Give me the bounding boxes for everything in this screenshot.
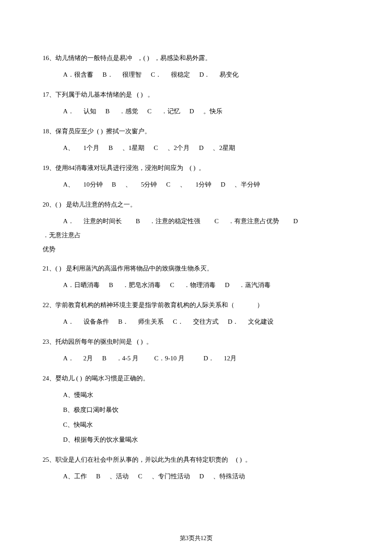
- option-a-text: 10分钟: [84, 178, 103, 192]
- option-d-label: D: [199, 141, 204, 155]
- page-content: 16、幼儿情绪的一般特点是易冲 ，( ) ，易感染和易外露。 A．很含蓄 B． …: [0, 0, 392, 555]
- option-d-text: 、2星期: [213, 141, 235, 155]
- option-d-text: 、半分钟: [234, 178, 260, 192]
- option-b-sep: 、: [125, 178, 132, 192]
- option-a: A、工作: [63, 469, 87, 483]
- qnum: 19、: [43, 164, 55, 171]
- question-text: 23、托幼园所每年的驱虫时间是 ( ) 。: [43, 335, 349, 349]
- option-b-text: ．4-5 月: [116, 351, 139, 365]
- qnum: 21、: [43, 265, 55, 272]
- option-b-label: B: [112, 178, 116, 192]
- option-c-label: C: [170, 278, 174, 292]
- question-24: 24、婴幼儿 ( ) 的喝水习惯是正确的。 A、慢喝水 B、极度口渴时暴饮 C、…: [43, 371, 349, 447]
- blank: ( ): [76, 375, 82, 382]
- qnum: 22、: [43, 302, 55, 308]
- qtext-a: 保育员应至少: [55, 128, 94, 135]
- option-a-text: 注意的时间长: [84, 214, 122, 228]
- options-row: A． 认知 B ．感觉 C ．记忆 D 。快乐: [43, 104, 349, 118]
- qtext-b: 。: [147, 91, 154, 98]
- qtext-a: 婴幼儿: [55, 375, 75, 382]
- question-text: 21、( ) 是利用蒸汽的高温作用将物品中的致病微生物杀灭。: [43, 262, 349, 276]
- option-c-label: C．: [151, 68, 161, 82]
- question-23: 23、托幼园所每年的驱虫时间是 ( ) 。 A． 2月 B ．4-5 月 C．9…: [43, 335, 349, 365]
- option-c: C、快喝水: [63, 418, 349, 432]
- option-b-text: 很理智: [122, 68, 141, 82]
- option-a: A．日晒消毒: [63, 278, 100, 292]
- question-text: 18、保育员应至少 ( ) 擦拭一次窗户。: [43, 124, 349, 138]
- qtext-a: 下列属于幼儿基本情绪的是: [55, 91, 132, 98]
- option-d-label: D: [225, 278, 230, 292]
- qtext-b: 。: [199, 164, 205, 171]
- option-a: A、慢喝水: [63, 388, 349, 402]
- question-text: 17、下列属于幼儿基本情绪的是 ( ) 。: [43, 88, 349, 102]
- options-row: A．日晒消毒 B ．肥皂水消毒 C ．物理消毒 D ．蒸汽消毒: [43, 278, 349, 292]
- option-c-sep: 、: [180, 178, 186, 192]
- option-d-label: D．: [199, 68, 210, 82]
- option-b-label: B: [109, 278, 113, 292]
- question-19: 19、使用84消毒液对玩具进行浸泡，浸泡时间应为 ( ) 。 A、 10分钟 B…: [43, 161, 349, 192]
- option-d-tail: 优势: [43, 246, 55, 253]
- option-b-label: B: [105, 104, 110, 118]
- options-row: A． 设备条件 B． 师生关系 C． 交往方式 D． 文化建设: [43, 315, 349, 329]
- option-c-label: C: [214, 214, 219, 228]
- question-text: 16、幼儿情绪的一般特点是易冲 ，( ) ，易感染和易外露。: [43, 51, 349, 65]
- option-a-text: 认知: [84, 104, 96, 118]
- question-text: 19、使用84消毒液对玩具进行浸泡，浸泡时间应为 ( ) 。: [43, 161, 349, 175]
- option-d-text: 文化建设: [248, 315, 274, 329]
- option-a-text: 设备条件: [84, 315, 109, 329]
- question-16: 16、幼儿情绪的一般特点是易冲 ，( ) ，易感染和易外露。 A．很含蓄 B． …: [43, 51, 349, 82]
- option-b-text: ．注意的稳定性强: [149, 214, 200, 228]
- option-a-text: 2月: [84, 351, 93, 365]
- option-a-text: 1个月: [84, 141, 100, 155]
- option-c-text: 1分钟: [196, 178, 212, 192]
- option-b-text: 、1星期: [122, 141, 145, 155]
- option-a-label: A．: [43, 214, 74, 228]
- option-a-label: A、: [63, 178, 74, 192]
- option-b-text: ．感觉: [119, 104, 138, 118]
- option-b-text: 师生关系: [138, 315, 164, 329]
- options-row: A．很含蓄 B． 很理智 C． 很稳定 D． 易变化: [43, 68, 349, 82]
- options-row: A、工作 B 、活动 C 、专门性活动 D 、特殊活动: [43, 469, 349, 483]
- option-d-label: D．: [228, 315, 239, 329]
- qnum: 24、: [43, 375, 55, 382]
- option-d-label: D．: [204, 351, 215, 365]
- question-17: 17、下列属于幼儿基本情绪的是 ( ) 。 A． 认知 B ．感觉 C ．记忆 …: [43, 88, 349, 118]
- qtext-b: 。: [245, 456, 251, 463]
- option-b-text: ．肥皂水消毒: [122, 278, 161, 292]
- question-text: 22、学前教育机构的精神环境主要是指学前教育机构的人际关系和（ ）: [43, 298, 349, 312]
- qnum: 20、: [43, 201, 55, 208]
- question-18: 18、保育员应至少 ( ) 擦拭一次窗户。 A、 1个月 B 、1星期 C 、2…: [43, 124, 349, 155]
- option-b-label: B: [102, 351, 107, 365]
- option-a: A．很含蓄: [63, 68, 93, 82]
- option-c-label: C: [154, 141, 158, 155]
- option-c-label: C．: [173, 315, 184, 329]
- option-a-label: A．: [63, 315, 74, 329]
- option-a-label: A．: [63, 351, 74, 365]
- option-b-label: B．: [103, 68, 113, 82]
- option-d-text: 、特殊活动: [213, 469, 245, 483]
- blank: ( ): [137, 91, 143, 98]
- blank: ( ): [97, 128, 103, 135]
- qtext-a: ( ): [55, 265, 61, 272]
- option-d-text: 12月: [224, 351, 236, 365]
- option-b: B、极度口渴时暴饮: [63, 403, 349, 417]
- page-footer: 第3页共12页: [43, 535, 349, 542]
- option-c-label: C: [166, 178, 170, 192]
- option-c-text: 很稳定: [171, 68, 190, 82]
- option-b-text: 5分钟: [141, 178, 157, 192]
- qtext-b: 擦拭一次窗户。: [106, 128, 151, 135]
- blank: ，( ): [137, 55, 149, 61]
- qtext-b: ）: [257, 302, 263, 308]
- question-text: 24、婴幼儿 ( ) 的喝水习惯是正确的。: [43, 371, 349, 385]
- blank: ( ): [236, 456, 242, 463]
- option-b-label: B: [136, 214, 140, 228]
- question-21: 21、( ) 是利用蒸汽的高温作用将物品中的致病微生物杀灭。 A．日晒消毒 B …: [43, 262, 349, 292]
- option-b-label: B．: [118, 315, 129, 329]
- blank: ( ): [190, 164, 196, 171]
- option-d-label: D: [189, 104, 194, 118]
- qtext-b: 。: [146, 338, 153, 345]
- option-d-label: D: [293, 214, 298, 228]
- options-vertical: A、慢喝水 B、极度口渴时暴饮 C、快喝水 D、根据每天的饮水量喝水: [43, 388, 349, 447]
- qnum: 23、: [43, 338, 55, 345]
- option-a-label: A．: [63, 104, 74, 118]
